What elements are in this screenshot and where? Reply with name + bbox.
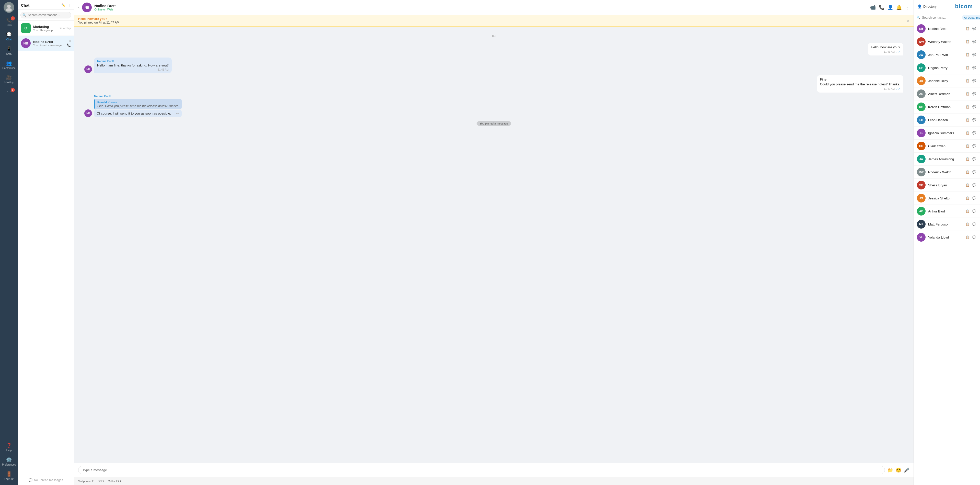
dir-call-matt-ferguson[interactable]: 📋 <box>965 222 970 227</box>
conversation-item-marketing[interactable]: G Marketing You: This group has been tr.… <box>18 21 74 36</box>
sidebar-item-help[interactable]: ❓ Help <box>0 440 18 454</box>
emoji-icon[interactable]: 😊 <box>896 467 901 473</box>
more-options-icon[interactable]: ⋮ <box>67 3 71 7</box>
pinned-close-button[interactable]: ✕ <box>907 19 910 23</box>
dir-name-jon-paul-witt: Jon-Paul Witt <box>928 53 962 57</box>
dir-chat-leon-hansen[interactable]: 💬 <box>971 117 977 123</box>
softphone-button[interactable]: Softphone ▾ <box>78 479 94 483</box>
sidebar-item-meeting[interactable]: 🎥 Meeting <box>0 72 18 86</box>
video-call-icon[interactable]: 📹 <box>870 5 876 10</box>
dir-item-matt-ferguson[interactable]: MF Matt Ferguson 📋 💬 <box>914 218 980 231</box>
dir-item-nadine-brett[interactable]: NB Nadine Brett 📋 💬 <box>914 22 980 35</box>
sidebar-item-sms[interactable]: 📱 SMS <box>0 43 18 58</box>
dir-item-leon-hansen[interactable]: LH Leon Hansen 📋 💬 <box>914 113 980 126</box>
dir-avatar-leon-hansen: LH <box>917 116 926 124</box>
attachment-icon[interactable]: 📁 <box>888 467 893 473</box>
dir-call-nadine-brett[interactable]: 📋 <box>965 26 970 32</box>
dir-call-ignacio-summers[interactable]: 📋 <box>965 130 970 136</box>
dir-chat-jessica-shelton[interactable]: 💬 <box>971 195 977 201</box>
dir-item-regina-perry[interactable]: RP Regina Perry 📋 💬 <box>914 61 980 74</box>
dir-chat-sheila-bryan[interactable]: 💬 <box>971 182 977 188</box>
bicom-logo: bicom <box>951 3 977 10</box>
dir-item-whitney-walton[interactable]: WW Whitney Walton 📋 💬 <box>914 35 980 48</box>
dir-call-yolanda-lloyd[interactable]: 📋 <box>965 235 970 240</box>
phone-icon-nadine[interactable]: 📞 <box>67 43 71 47</box>
dnd-button[interactable]: DND <box>98 480 104 483</box>
dir-item-jon-paul-witt[interactable]: JW Jon-Paul Witt 📋 💬 <box>914 48 980 61</box>
dir-call-leon-hansen[interactable]: 📋 <box>965 117 970 123</box>
message-input[interactable] <box>78 466 885 474</box>
quoted-message: Ronald Krause Fine. Could you please sen… <box>94 99 182 109</box>
dir-call-whitney-walton[interactable]: 📋 <box>965 39 970 45</box>
dir-item-johnnie-riley[interactable]: JR Johnnie Riley 📋 💬 <box>914 74 980 88</box>
dir-item-sheila-bryan[interactable]: SB Sheila Bryan 📋 💬 <box>914 179 980 192</box>
dir-item-arthur-byrd[interactable]: AB Arthur Byrd 📋 💬 <box>914 205 980 218</box>
dir-name-jessica-shelton: Jessica Shelton <box>928 196 962 200</box>
dir-chat-yolanda-lloyd[interactable]: 💬 <box>971 235 977 240</box>
notification-icon[interactable]: 🔔 <box>896 5 902 10</box>
logout-icon: 🚪 <box>6 471 12 477</box>
message-options-4[interactable]: ⋯ <box>184 113 187 117</box>
voice-call-icon[interactable]: 📞 <box>879 5 885 10</box>
dir-item-albert-redman[interactable]: AR Albert Redman 📋 💬 <box>914 88 980 101</box>
dir-call-james-armstrong[interactable]: 📋 <box>965 156 970 162</box>
dir-call-jessica-shelton[interactable]: 📋 <box>965 195 970 201</box>
dir-chat-whitney-walton[interactable]: 💬 <box>971 39 977 45</box>
new-chat-icon[interactable]: ✏️ <box>61 3 65 7</box>
pinned-subtitle: You pinned on Fri at 11:47 AM <box>78 21 119 24</box>
voice-icon[interactable]: 🎤 <box>904 467 910 473</box>
sidebar-item-chat[interactable]: 💬 Chat <box>0 29 18 43</box>
dir-chat-ignacio-summers[interactable]: 💬 <box>971 130 977 136</box>
preferences-icon: ⚙️ <box>6 457 12 463</box>
dir-chat-roderick-welch[interactable]: 💬 <box>971 169 977 175</box>
dir-call-regina-perry[interactable]: 📋 <box>965 65 970 70</box>
dir-call-arthur-byrd[interactable]: 📋 <box>965 208 970 214</box>
dir-call-roderick-welch[interactable]: 📋 <box>965 169 970 175</box>
dir-chat-kelvin-hoffman[interactable]: 💬 <box>971 104 977 110</box>
dir-avatar-jon-paul-witt: JW <box>917 50 926 59</box>
dir-item-clark-owen[interactable]: CO Clark Owen 📋 💬 <box>914 140 980 153</box>
sidebar-bottom: ❓ Help ⚙️ Preferences 🚪 Log Out <box>0 440 18 483</box>
dir-call-jon-paul-witt[interactable]: 📋 <box>965 52 970 57</box>
sidebar-item-conference[interactable]: 👥 Conference <box>0 58 18 72</box>
collapse-icon[interactable]: ‹ <box>78 5 80 10</box>
dir-name-johnnie-riley: Johnnie Riley <box>928 79 962 83</box>
dir-call-johnnie-riley[interactable]: 📋 <box>965 78 970 84</box>
more-chat-icon[interactable]: ⋮ <box>905 5 910 10</box>
user-avatar[interactable] <box>3 2 14 13</box>
dir-chat-albert-redman[interactable]: 💬 <box>971 91 977 97</box>
directory-search-input[interactable] <box>922 16 960 19</box>
sidebar-item-dialer[interactable]: 📞 Dialer 1 <box>0 15 18 29</box>
dir-chat-arthur-byrd[interactable]: 💬 <box>971 208 977 214</box>
dir-item-roderick-welch[interactable]: RW Roderick Welch 📋 💬 <box>914 166 980 179</box>
dir-item-kelvin-hoffman[interactable]: KH Kelvin Hoffman 📋 💬 <box>914 101 980 113</box>
add-user-icon[interactable]: 👤 <box>888 5 893 10</box>
dir-chat-nadine-brett[interactable]: 💬 <box>971 26 977 32</box>
sidebar-item-logout[interactable]: 🚪 Log Out <box>0 469 18 483</box>
dir-chat-james-armstrong[interactable]: 💬 <box>971 156 977 162</box>
sidebar-item-preferences[interactable]: ⚙️ Preferences <box>0 454 18 469</box>
message-row-sent-1: Hello, how are you? 11:41 AM ✓✓ <box>84 43 903 56</box>
dir-item-ignacio-summers[interactable]: IS Ignacio Summers 📋 💬 <box>914 126 980 140</box>
callerid-button[interactable]: Caller ID ▾ <box>108 479 121 483</box>
no-unread-label: 💬 No unread messages <box>18 475 74 485</box>
dir-item-jessica-shelton[interactable]: JS Jessica Shelton 📋 💬 <box>914 192 980 205</box>
dir-call-kelvin-hoffman[interactable]: 📋 <box>965 104 970 110</box>
dir-chat-regina-perry[interactable]: 💬 <box>971 65 977 70</box>
dir-item-yolanda-lloyd[interactable]: YL Yolanda Lloyd 📋 💬 <box>914 231 980 244</box>
chat-user-name: Nadine Brett <box>94 4 116 8</box>
dir-item-james-armstrong[interactable]: JA James Armstrong 📋 💬 <box>914 153 980 166</box>
dir-chat-johnnie-riley[interactable]: 💬 <box>971 78 977 84</box>
conversation-item-nadine[interactable]: NB Nadine Brett You pinned a message Fri… <box>18 36 74 51</box>
search-input[interactable] <box>21 12 71 18</box>
dir-call-albert-redman[interactable]: 📋 <box>965 91 970 97</box>
dir-call-sheila-bryan[interactable]: 📋 <box>965 182 970 188</box>
dir-avatar-arthur-byrd: AB <box>917 207 926 215</box>
dir-chat-matt-ferguson[interactable]: 💬 <box>971 222 977 227</box>
department-filter-button[interactable]: All Departments ▾ <box>962 15 980 20</box>
msg-sender-2: Nadine Brett <box>97 59 169 63</box>
dir-chat-jon-paul-witt[interactable]: 💬 <box>971 52 977 57</box>
dir-chat-clark-owen[interactable]: 💬 <box>971 143 977 149</box>
dir-call-clark-owen[interactable]: 📋 <box>965 143 970 149</box>
sidebar-item-more[interactable]: ··· 2 <box>0 86 18 97</box>
